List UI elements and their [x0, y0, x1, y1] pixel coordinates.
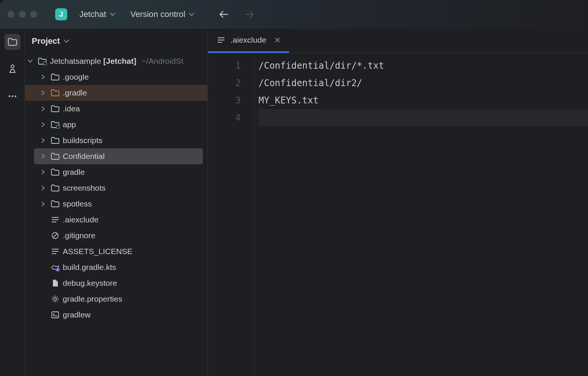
editor-tab[interactable]: .aiexclude: [208, 29, 289, 53]
tree-label: ASSETS_LICENSE: [63, 247, 132, 256]
nav-arrows: [218, 10, 255, 18]
svg-line-23: [57, 297, 57, 297]
tree-item[interactable]: app: [25, 117, 207, 133]
svg-rect-25: [52, 312, 59, 318]
project-root-icon: [38, 57, 47, 65]
window-controls: [8, 11, 37, 18]
tree-label: gradlew: [63, 310, 91, 319]
tree-label: .gitignore: [63, 231, 95, 240]
nav-forward-button[interactable]: [245, 10, 255, 18]
chevron-right-icon[interactable]: [41, 91, 48, 95]
code-line[interactable]: [258, 109, 588, 126]
tree-label: .aiexclude: [63, 215, 99, 224]
svg-line-22: [57, 300, 57, 301]
project-badge: J: [55, 8, 67, 20]
svg-point-0: [11, 65, 14, 68]
ignore-icon: [51, 231, 60, 240]
chevron-down-icon: [64, 39, 69, 43]
folder-icon: [51, 105, 60, 113]
tree-item[interactable]: Confidential: [34, 148, 203, 164]
project-sidebar: Project Jetchatsample [Jetchat]~/Android…: [25, 29, 208, 376]
nav-back-button[interactable]: [218, 10, 228, 18]
terminal-icon: [51, 311, 60, 319]
svg-point-2: [11, 96, 13, 97]
line-gutter: 1234: [208, 53, 255, 376]
code-editor[interactable]: 1234 /Confidential/dir/*.txt/Confidentia…: [208, 53, 588, 376]
tree-item[interactable]: .idea: [25, 101, 207, 117]
editor-tabbar: .aiexclude: [208, 29, 588, 53]
tree-item[interactable]: screenshots: [25, 180, 207, 196]
sidebar-header[interactable]: Project: [25, 29, 207, 53]
tree-item[interactable]: debug.keystore: [25, 275, 207, 291]
folder-icon: [51, 136, 60, 145]
chevron-down-icon: [110, 12, 115, 16]
tree-label: build.gradle.kts: [63, 263, 116, 272]
svg-point-1: [8, 96, 10, 97]
text-file-icon: [51, 216, 60, 224]
sidebar-title: Project: [32, 36, 60, 46]
tree-label: gradle.properties: [63, 294, 122, 304]
tree-label: Jetchatsample [Jetchat]: [50, 57, 136, 66]
line-number: 3: [208, 92, 254, 109]
tree-item[interactable]: gradle: [25, 164, 207, 180]
svg-line-24: [53, 300, 54, 301]
tree-path: ~/AndroidSt: [142, 57, 183, 66]
tree-item[interactable]: buildscripts: [25, 133, 207, 148]
svg-rect-4: [43, 62, 46, 65]
chevron-right-icon[interactable]: [41, 106, 48, 111]
tab-label: .aiexclude: [231, 35, 266, 45]
code-line[interactable]: MY_KEYS.txt: [258, 92, 588, 109]
line-number: 1: [208, 57, 254, 74]
more-tool-button[interactable]: [5, 88, 20, 104]
folder-icon: [51, 184, 60, 192]
chevron-right-icon[interactable]: [41, 202, 48, 206]
tree-label: screenshots: [63, 183, 105, 193]
chevron-down-icon[interactable]: [28, 59, 35, 63]
tree-item[interactable]: .gitignore: [25, 228, 207, 243]
vcs-dropdown[interactable]: Version control: [127, 7, 198, 22]
tree-label: app: [63, 120, 76, 129]
close-tab-icon[interactable]: [275, 37, 280, 43]
tree-item[interactable]: Kbuild.gradle.kts: [25, 259, 207, 275]
chevron-down-icon: [189, 12, 194, 16]
svg-rect-5: [56, 125, 59, 128]
tree-item[interactable]: spotless: [25, 196, 207, 212]
gradle-kts-icon: K: [51, 263, 60, 271]
titlebar: J Jetchat Version control: [0, 0, 588, 29]
chevron-right-icon[interactable]: [41, 170, 48, 174]
tree-item[interactable]: ASSETS_LICENSE: [25, 243, 207, 259]
code-content[interactable]: /Confidential/dir/*.txt/Confidential/dir…: [255, 53, 588, 376]
tool-window-bar: [0, 29, 25, 376]
project-dropdown[interactable]: Jetchat: [76, 7, 118, 22]
svg-line-21: [53, 297, 54, 297]
folder-icon: [51, 152, 60, 160]
tree-root[interactable]: Jetchatsample [Jetchat]~/AndroidSt: [25, 53, 207, 69]
code-line[interactable]: /Confidential/dir2/: [258, 74, 588, 92]
project-tool-button[interactable]: [5, 34, 20, 50]
minimize-window-icon[interactable]: [19, 11, 26, 18]
folder-orange-icon: [51, 89, 60, 97]
gear-icon: [51, 295, 60, 303]
chevron-right-icon[interactable]: [41, 154, 48, 159]
tree-item[interactable]: .gradle: [25, 85, 207, 101]
chevron-right-icon[interactable]: [41, 138, 48, 143]
tree-label: gradle: [63, 168, 85, 177]
line-number: 4: [208, 109, 254, 126]
tree-item[interactable]: .aiexclude: [25, 212, 207, 228]
tree-item[interactable]: gradlew: [25, 307, 207, 323]
chevron-right-icon[interactable]: [41, 122, 48, 127]
chevron-right-icon[interactable]: [41, 75, 48, 79]
structure-tool-button[interactable]: [5, 61, 20, 77]
tree-label: spotless: [63, 199, 92, 208]
code-line[interactable]: /Confidential/dir/*.txt: [258, 57, 588, 74]
maximize-window-icon[interactable]: [30, 11, 37, 18]
tree-label: buildscripts: [63, 136, 102, 145]
svg-line-10: [53, 234, 57, 238]
tree-item[interactable]: gradle.properties: [25, 291, 207, 307]
svg-text:K: K: [57, 268, 59, 271]
tree-item[interactable]: .google: [25, 69, 207, 85]
module-icon: [51, 120, 60, 129]
chevron-right-icon[interactable]: [41, 186, 48, 190]
close-window-icon[interactable]: [8, 11, 14, 18]
project-tree[interactable]: Jetchatsample [Jetchat]~/AndroidSt.googl…: [25, 53, 207, 376]
